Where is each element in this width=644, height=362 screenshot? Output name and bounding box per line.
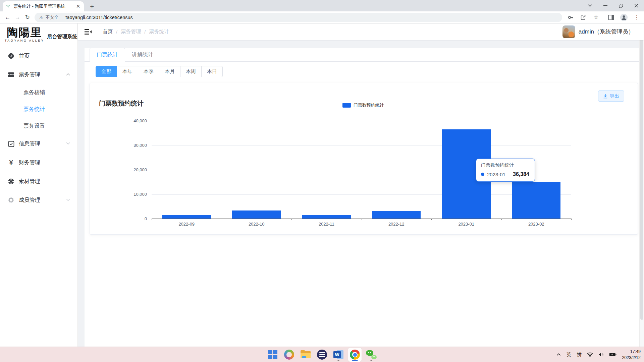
page-scrollbar[interactable]: [639, 23, 644, 347]
browser-profile-avatar[interactable]: [620, 13, 628, 21]
forward-button[interactable]: →: [13, 14, 23, 21]
filter-quarter-button[interactable]: 本季: [138, 66, 159, 77]
statistics-tabs: 门票统计 讲解统计: [85, 48, 639, 62]
user-avatar[interactable]: [562, 25, 575, 38]
chrome-icon[interactable]: [348, 348, 362, 362]
y-axis-tick-label: 0: [120, 216, 147, 221]
filter-week-button[interactable]: 本周: [180, 66, 202, 77]
file-explorer-icon[interactable]: [299, 348, 312, 362]
user-menu[interactable]: admin（系统管理员）: [562, 25, 634, 38]
filter-all-button[interactable]: 全部: [96, 66, 117, 77]
bookmark-star-icon[interactable]: ☆: [592, 13, 600, 21]
clock-date: 2023/2/12: [622, 355, 641, 361]
main-content: 门票统计 讲解统计 全部 本年 本季 本月 本周 本日 导出 门票数预: [78, 40, 644, 347]
chart-legend[interactable]: 门票数预约统计: [342, 102, 384, 108]
omnibox-divider: [62, 15, 62, 20]
navicat-icon[interactable]: [282, 348, 296, 362]
sidebar-item-ticket-verification[interactable]: 票务核销: [0, 84, 77, 101]
sidebar-item-label: 首页: [19, 53, 30, 60]
tooltip-title: 门票数预约统计: [481, 162, 529, 168]
chart-title: 门票数预约统计: [99, 99, 144, 108]
x-axis-label: 2022-10: [222, 222, 292, 227]
windows-taskbar: W 英 拼 17:49 2023/2/12: [0, 347, 644, 362]
filter-year-button[interactable]: 本年: [117, 66, 138, 77]
y-axis-tick-label: 30,000: [120, 143, 147, 148]
window-minimize-button[interactable]: [598, 0, 613, 11]
scrollbar-thumb[interactable]: [640, 25, 643, 320]
window-restore-button[interactable]: [613, 0, 629, 11]
breadcrumb-ticket-management[interactable]: 票务管理: [121, 28, 141, 35]
x-axis-tick: [571, 219, 572, 220]
sidebar-item-finance-management[interactable]: ¥ 财务管理: [0, 153, 77, 172]
y-axis-tick-label: 20,000: [120, 167, 147, 172]
filter-day-button[interactable]: 本日: [201, 66, 223, 77]
wechat-icon[interactable]: [365, 348, 378, 362]
app-logo: 陶陽里 TAOYANG ALLEY 后台管理系统: [0, 23, 77, 47]
sidebar-item-ticket-management[interactable]: 票务管理: [0, 65, 77, 84]
export-button[interactable]: 导出: [598, 90, 624, 102]
battery-icon[interactable]: [609, 353, 616, 357]
bar-2023-02[interactable]: [512, 182, 560, 219]
side-panel-icon[interactable]: [607, 13, 615, 21]
ticket-icon: [7, 71, 15, 78]
sidebar-item-information-management[interactable]: 信息管理: [0, 134, 77, 153]
x-axis-tick: [152, 219, 152, 220]
finance-icon: ¥: [7, 159, 15, 166]
url-text[interactable]: taoyangli.cn:3011/ticket/census: [65, 15, 132, 20]
security-label[interactable]: 不安全: [45, 14, 58, 20]
tooltip-value: 36,384: [513, 171, 529, 177]
new-tab-button[interactable]: ＋: [87, 2, 97, 11]
wifi-icon[interactable]: [587, 352, 593, 357]
tab-ticket-statistics[interactable]: 门票统计: [90, 48, 125, 62]
tab-close-icon[interactable]: ✕: [75, 3, 81, 9]
sidebar-item-material-management[interactable]: 素材管理: [0, 172, 77, 191]
x-axis-label: 2022-11: [291, 222, 362, 227]
window-close-button[interactable]: [629, 0, 644, 11]
x-axis-tick: [291, 219, 292, 220]
browser-tab-title: 票务统计 - 陶阳里管理系统: [13, 3, 75, 9]
share-icon[interactable]: [579, 13, 587, 21]
chart-tooltip: 门票数预约统计 2023-01 36,384: [476, 159, 535, 182]
breadcrumb-home[interactable]: 首页: [103, 28, 113, 35]
password-key-icon[interactable]: [567, 13, 575, 21]
taskbar-clock[interactable]: 17:49 2023/2/12: [622, 349, 641, 361]
x-axis-tick: [501, 219, 502, 220]
filter-month-button[interactable]: 本月: [159, 66, 180, 77]
browser-tab[interactable]: 票务统计 - 陶阳里管理系统 ✕: [3, 1, 84, 11]
logo-title: 陶陽里: [7, 27, 42, 39]
browser-menu-icon[interactable]: ⋮: [633, 13, 641, 21]
message-icon: [7, 140, 15, 147]
word-icon[interactable]: W: [332, 348, 345, 362]
hidden-icons-chevron-icon[interactable]: [556, 353, 561, 356]
tab-guide-statistics[interactable]: 讲解统计: [125, 48, 160, 62]
sidebar: 陶陽里 TAOYANG ALLEY 后台管理系统 首页 票务管理 票务核销 票务…: [0, 23, 78, 347]
ime-pinyin-indicator[interactable]: 拼: [577, 352, 582, 358]
sidebar-item-label: 票务管理: [19, 71, 40, 78]
gridline: [152, 194, 571, 195]
bar-2022-11[interactable]: [302, 215, 351, 219]
sidebar-item-label: 票务统计: [23, 106, 45, 113]
eclipse-icon[interactable]: [315, 348, 329, 362]
sidebar-collapse-icon[interactable]: [85, 29, 92, 35]
logo-badge: 后台管理系统: [47, 34, 77, 47]
ime-english-indicator[interactable]: 英: [566, 352, 571, 358]
x-axis-tick: [222, 219, 222, 220]
bar-2022-10[interactable]: [232, 210, 281, 219]
x-axis-label: 2022-09: [152, 222, 222, 227]
sidebar-item-ticket-settings[interactable]: 票务设置: [0, 118, 77, 134]
sidebar-item-ticket-statistics[interactable]: 票务统计: [0, 101, 77, 118]
reload-button[interactable]: ↻: [22, 14, 33, 21]
sidebar-item-member-management[interactable]: 成员管理: [0, 191, 77, 209]
address-bar[interactable]: ⚠ 不安全 taoyangli.cn:3011/ticket/census: [35, 13, 562, 22]
x-axis-tick: [362, 219, 362, 220]
chevron-down-icon: [66, 142, 70, 145]
start-icon[interactable]: [266, 348, 279, 362]
y-axis-tick-label: 10,000: [120, 192, 147, 197]
tab-search-icon[interactable]: [582, 0, 598, 11]
bar-2022-09[interactable]: [162, 215, 211, 219]
sidebar-item-home[interactable]: 首页: [0, 47, 77, 65]
bar-2022-12[interactable]: [372, 211, 421, 219]
gridline: [152, 121, 571, 121]
back-button[interactable]: ←: [3, 14, 13, 21]
volume-icon[interactable]: [598, 352, 604, 357]
